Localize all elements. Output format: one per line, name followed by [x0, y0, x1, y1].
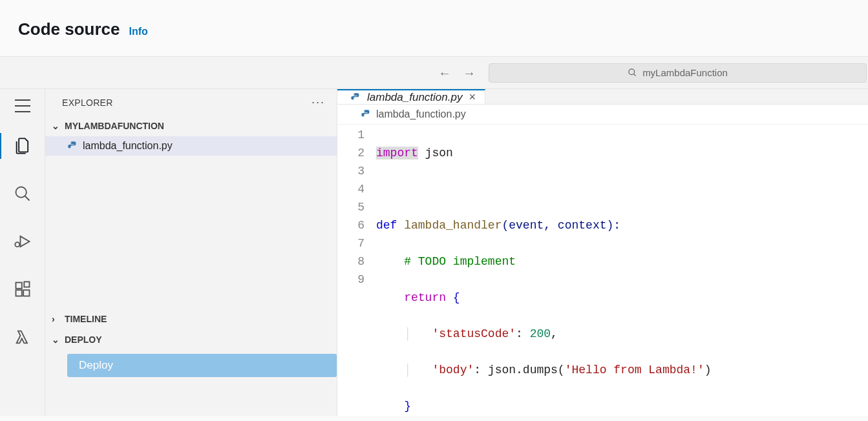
nav-arrows: ← → [438, 67, 476, 79]
command-search[interactable]: myLambdaFunction [489, 63, 867, 83]
svg-point-11 [354, 94, 354, 94]
file-item-lambda[interactable]: lambda_function.py [45, 136, 337, 156]
chevron-down-icon: ⌄ [52, 334, 61, 345]
page-title: Code source [18, 19, 120, 39]
svg-point-12 [364, 111, 365, 112]
code-source-header: Code source Info [0, 0, 868, 57]
python-file-icon [350, 92, 361, 103]
tab-bar: lambda_function.py × [337, 89, 868, 105]
svg-marker-4 [20, 236, 29, 247]
project-name: MYLAMBDAFUNCTION [65, 121, 164, 131]
editor-column: lambda_function.py × lambda_function.py … [337, 89, 868, 416]
svg-rect-9 [24, 282, 29, 287]
files-icon [14, 137, 32, 155]
svg-point-10 [70, 143, 71, 143]
svg-line-1 [634, 74, 636, 76]
deploy-label: DEPLOY [65, 334, 102, 345]
search-placeholder: myLambdaFunction [642, 67, 728, 78]
nav-forward-icon[interactable]: → [463, 67, 476, 79]
svg-point-2 [16, 187, 26, 198]
editor-toolbar: ← → myLambdaFunction [0, 57, 868, 89]
chevron-down-icon: ⌄ [52, 121, 61, 131]
close-icon[interactable]: × [469, 90, 476, 104]
lambda-icon [14, 328, 32, 346]
activity-bar [0, 89, 45, 416]
svg-rect-6 [16, 283, 21, 289]
chevron-right-icon: › [52, 314, 61, 324]
explorer-panel: EXPLORER ··· ⌄ MYLAMBDAFUNCTION lambda_f… [45, 89, 337, 416]
activity-lambda[interactable] [0, 323, 45, 351]
editor-main: EXPLORER ··· ⌄ MYLAMBDAFUNCTION lambda_f… [0, 89, 868, 416]
info-link[interactable]: Info [129, 26, 148, 37]
code-editor[interactable]: 1 2 3 4 5 6 7 8 9 import json def lambda… [337, 125, 868, 421]
svg-rect-7 [16, 290, 21, 296]
timeline-section[interactable]: › TIMELINE [45, 309, 337, 329]
python-file-icon [361, 109, 371, 119]
project-root[interactable]: ⌄ MYLAMBDAFUNCTION [45, 116, 337, 136]
tab-lambda-function[interactable]: lambda_function.py × [337, 89, 485, 104]
explorer-more-icon[interactable]: ··· [312, 96, 325, 109]
svg-point-0 [629, 69, 635, 75]
svg-line-3 [25, 196, 29, 201]
python-file-icon [67, 141, 78, 151]
deploy-section[interactable]: ⌄ DEPLOY [45, 329, 337, 350]
tab-label: lambda_function.py [367, 91, 462, 104]
code-content[interactable]: import json def lambda_handler(event, co… [376, 126, 868, 421]
activity-search[interactable] [0, 180, 45, 208]
breadcrumb-file: lambda_function.py [376, 108, 466, 120]
search-icon [628, 68, 637, 77]
explorer-title: EXPLORER [62, 98, 113, 108]
explorer-header: EXPLORER ··· [45, 89, 337, 116]
nav-back-icon[interactable]: ← [438, 67, 451, 79]
breadcrumb[interactable]: lambda_function.py [337, 105, 868, 125]
activity-run-debug[interactable] [0, 227, 45, 256]
search-icon [14, 185, 32, 203]
line-number-gutter: 1 2 3 4 5 6 7 8 9 [337, 126, 376, 421]
deploy-button[interactable]: Deploy [67, 354, 337, 377]
extensions-icon [14, 280, 32, 298]
file-name: lambda_function.py [83, 140, 173, 152]
svg-rect-8 [23, 290, 29, 296]
svg-point-5 [15, 242, 19, 247]
activity-extensions[interactable] [0, 275, 45, 303]
play-bug-icon [14, 232, 32, 251]
timeline-label: TIMELINE [65, 314, 107, 324]
hamburger-icon[interactable] [15, 99, 30, 112]
activity-explorer[interactable] [0, 132, 45, 160]
